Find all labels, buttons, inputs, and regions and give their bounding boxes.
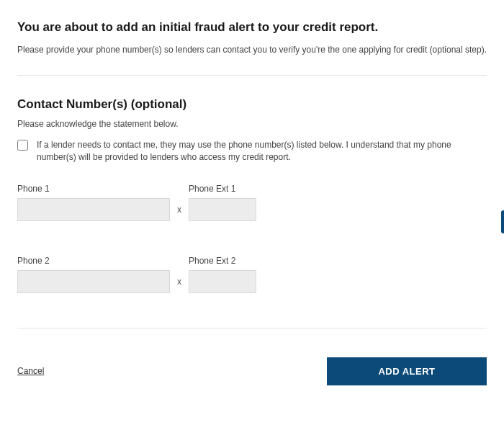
page-title: You are about to add an initial fraud al…	[17, 20, 487, 35]
phone2-input[interactable]	[17, 270, 170, 293]
add-alert-button[interactable]: ADD ALERT	[327, 357, 487, 385]
phone-ext2-input[interactable]	[189, 270, 256, 293]
feedback-tab[interactable]	[501, 210, 504, 233]
phone2-separator: x	[177, 277, 181, 287]
phone2-label: Phone 2	[17, 256, 170, 266]
phone1-separator: x	[177, 205, 181, 215]
phone-ext1-input[interactable]	[189, 198, 256, 221]
acknowledgment-text: If a lender needs to contact me, they ma…	[37, 139, 487, 164]
page-subtext: Please provide your phone number(s) so l…	[17, 45, 487, 55]
cancel-link[interactable]: Cancel	[17, 366, 44, 376]
divider-top	[17, 75, 487, 76]
phone1-input[interactable]	[17, 198, 170, 221]
phone-ext1-label: Phone Ext 1	[189, 184, 487, 194]
footer-row: Cancel ADD ALERT	[17, 357, 487, 385]
divider-bottom	[17, 328, 487, 328]
acknowledgment-row: If a lender needs to contact me, they ma…	[17, 139, 487, 164]
phone-ext2-label: Phone Ext 2	[189, 256, 487, 266]
section-subtext: Please acknowledge the statement below.	[17, 119, 487, 129]
phone1-label: Phone 1	[17, 184, 170, 194]
section-title: Contact Number(s) (optional)	[17, 97, 487, 112]
acknowledgment-checkbox[interactable]	[17, 140, 28, 151]
